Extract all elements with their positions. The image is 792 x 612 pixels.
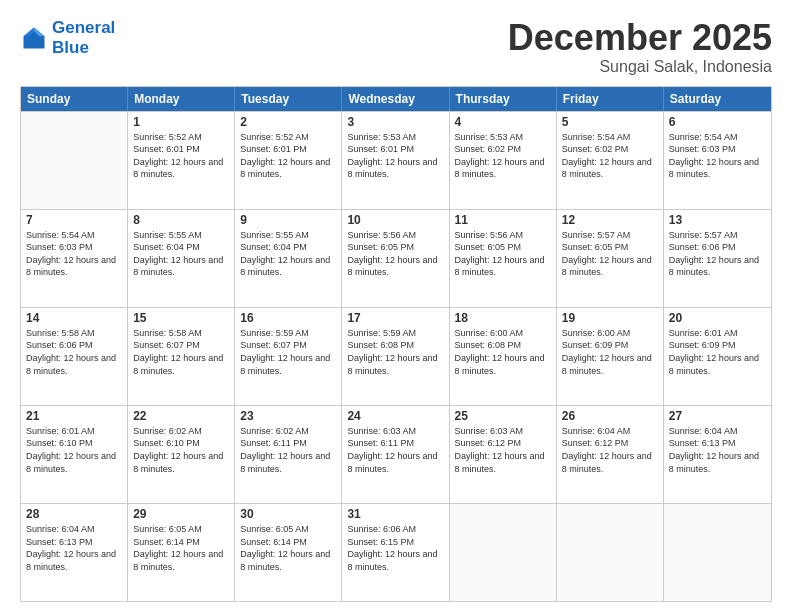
day-number: 1 (133, 115, 229, 129)
day-number: 15 (133, 311, 229, 325)
cell-info: Sunrise: 5:56 AMSunset: 6:05 PMDaylight:… (455, 229, 551, 279)
calendar-cell (557, 504, 664, 601)
day-number: 21 (26, 409, 122, 423)
cell-info: Sunrise: 5:59 AMSunset: 6:07 PMDaylight:… (240, 327, 336, 377)
day-number: 31 (347, 507, 443, 521)
cell-info: Sunrise: 6:06 AMSunset: 6:15 PMDaylight:… (347, 523, 443, 573)
cell-info: Sunrise: 5:57 AMSunset: 6:05 PMDaylight:… (562, 229, 658, 279)
calendar-week-row: 21Sunrise: 6:01 AMSunset: 6:10 PMDayligh… (21, 405, 771, 503)
day-number: 11 (455, 213, 551, 227)
cell-info: Sunrise: 6:00 AMSunset: 6:08 PMDaylight:… (455, 327, 551, 377)
calendar-header-cell: Sunday (21, 87, 128, 111)
calendar-cell: 10Sunrise: 5:56 AMSunset: 6:05 PMDayligh… (342, 210, 449, 307)
calendar-cell: 7Sunrise: 5:54 AMSunset: 6:03 PMDaylight… (21, 210, 128, 307)
calendar-cell: 12Sunrise: 5:57 AMSunset: 6:05 PMDayligh… (557, 210, 664, 307)
cell-info: Sunrise: 6:01 AMSunset: 6:10 PMDaylight:… (26, 425, 122, 475)
day-number: 4 (455, 115, 551, 129)
calendar-header-cell: Thursday (450, 87, 557, 111)
calendar-cell: 15Sunrise: 5:58 AMSunset: 6:07 PMDayligh… (128, 308, 235, 405)
cell-info: Sunrise: 5:53 AMSunset: 6:01 PMDaylight:… (347, 131, 443, 181)
calendar-header-cell: Wednesday (342, 87, 449, 111)
cell-info: Sunrise: 5:52 AMSunset: 6:01 PMDaylight:… (240, 131, 336, 181)
day-number: 13 (669, 213, 766, 227)
calendar-cell: 8Sunrise: 5:55 AMSunset: 6:04 PMDaylight… (128, 210, 235, 307)
calendar-cell: 29Sunrise: 6:05 AMSunset: 6:14 PMDayligh… (128, 504, 235, 601)
cell-info: Sunrise: 6:02 AMSunset: 6:11 PMDaylight:… (240, 425, 336, 475)
logo: General Blue (20, 18, 115, 57)
cell-info: Sunrise: 6:04 AMSunset: 6:13 PMDaylight:… (26, 523, 122, 573)
day-number: 20 (669, 311, 766, 325)
title-block: December 2025 Sungai Salak, Indonesia (508, 18, 772, 76)
calendar-cell: 22Sunrise: 6:02 AMSunset: 6:10 PMDayligh… (128, 406, 235, 503)
calendar-cell (664, 504, 771, 601)
cell-info: Sunrise: 5:56 AMSunset: 6:05 PMDaylight:… (347, 229, 443, 279)
calendar-header-cell: Saturday (664, 87, 771, 111)
calendar-cell: 21Sunrise: 6:01 AMSunset: 6:10 PMDayligh… (21, 406, 128, 503)
day-number: 19 (562, 311, 658, 325)
cell-info: Sunrise: 6:05 AMSunset: 6:14 PMDaylight:… (240, 523, 336, 573)
cell-info: Sunrise: 5:53 AMSunset: 6:02 PMDaylight:… (455, 131, 551, 181)
calendar-cell: 3Sunrise: 5:53 AMSunset: 6:01 PMDaylight… (342, 112, 449, 209)
cell-info: Sunrise: 6:00 AMSunset: 6:09 PMDaylight:… (562, 327, 658, 377)
day-number: 29 (133, 507, 229, 521)
calendar-cell: 17Sunrise: 5:59 AMSunset: 6:08 PMDayligh… (342, 308, 449, 405)
calendar-cell: 30Sunrise: 6:05 AMSunset: 6:14 PMDayligh… (235, 504, 342, 601)
calendar-cell: 28Sunrise: 6:04 AMSunset: 6:13 PMDayligh… (21, 504, 128, 601)
calendar-cell: 16Sunrise: 5:59 AMSunset: 6:07 PMDayligh… (235, 308, 342, 405)
day-number: 2 (240, 115, 336, 129)
day-number: 30 (240, 507, 336, 521)
day-number: 12 (562, 213, 658, 227)
day-number: 26 (562, 409, 658, 423)
day-number: 16 (240, 311, 336, 325)
cell-info: Sunrise: 6:03 AMSunset: 6:11 PMDaylight:… (347, 425, 443, 475)
day-number: 27 (669, 409, 766, 423)
day-number: 25 (455, 409, 551, 423)
calendar-cell: 5Sunrise: 5:54 AMSunset: 6:02 PMDaylight… (557, 112, 664, 209)
day-number: 22 (133, 409, 229, 423)
day-number: 6 (669, 115, 766, 129)
day-number: 14 (26, 311, 122, 325)
calendar-week-row: 28Sunrise: 6:04 AMSunset: 6:13 PMDayligh… (21, 503, 771, 601)
calendar-cell: 31Sunrise: 6:06 AMSunset: 6:15 PMDayligh… (342, 504, 449, 601)
calendar-cell: 6Sunrise: 5:54 AMSunset: 6:03 PMDaylight… (664, 112, 771, 209)
calendar-cell: 18Sunrise: 6:00 AMSunset: 6:08 PMDayligh… (450, 308, 557, 405)
cell-info: Sunrise: 5:55 AMSunset: 6:04 PMDaylight:… (240, 229, 336, 279)
cell-info: Sunrise: 5:58 AMSunset: 6:07 PMDaylight:… (133, 327, 229, 377)
cell-info: Sunrise: 6:04 AMSunset: 6:12 PMDaylight:… (562, 425, 658, 475)
day-number: 9 (240, 213, 336, 227)
calendar-cell: 9Sunrise: 5:55 AMSunset: 6:04 PMDaylight… (235, 210, 342, 307)
logo-text-block: General Blue (52, 18, 115, 57)
calendar-header-cell: Monday (128, 87, 235, 111)
calendar-cell: 4Sunrise: 5:53 AMSunset: 6:02 PMDaylight… (450, 112, 557, 209)
cell-info: Sunrise: 5:54 AMSunset: 6:03 PMDaylight:… (26, 229, 122, 279)
day-number: 17 (347, 311, 443, 325)
cell-info: Sunrise: 5:55 AMSunset: 6:04 PMDaylight:… (133, 229, 229, 279)
calendar-cell: 20Sunrise: 6:01 AMSunset: 6:09 PMDayligh… (664, 308, 771, 405)
day-number: 7 (26, 213, 122, 227)
calendar-cell: 24Sunrise: 6:03 AMSunset: 6:11 PMDayligh… (342, 406, 449, 503)
calendar-cell (21, 112, 128, 209)
cell-info: Sunrise: 5:59 AMSunset: 6:08 PMDaylight:… (347, 327, 443, 377)
logo-icon (20, 24, 48, 52)
calendar-header-cell: Friday (557, 87, 664, 111)
header: General Blue December 2025 Sungai Salak,… (20, 18, 772, 76)
calendar-week-row: 1Sunrise: 5:52 AMSunset: 6:01 PMDaylight… (21, 111, 771, 209)
calendar-cell: 13Sunrise: 5:57 AMSunset: 6:06 PMDayligh… (664, 210, 771, 307)
cell-info: Sunrise: 5:54 AMSunset: 6:02 PMDaylight:… (562, 131, 658, 181)
calendar-body: 1Sunrise: 5:52 AMSunset: 6:01 PMDaylight… (21, 111, 771, 601)
calendar-cell: 1Sunrise: 5:52 AMSunset: 6:01 PMDaylight… (128, 112, 235, 209)
calendar-header-row: SundayMondayTuesdayWednesdayThursdayFrid… (21, 87, 771, 111)
cell-info: Sunrise: 5:57 AMSunset: 6:06 PMDaylight:… (669, 229, 766, 279)
cell-info: Sunrise: 6:03 AMSunset: 6:12 PMDaylight:… (455, 425, 551, 475)
cell-info: Sunrise: 6:05 AMSunset: 6:14 PMDaylight:… (133, 523, 229, 573)
calendar-cell: 2Sunrise: 5:52 AMSunset: 6:01 PMDaylight… (235, 112, 342, 209)
day-number: 10 (347, 213, 443, 227)
calendar-cell: 19Sunrise: 6:00 AMSunset: 6:09 PMDayligh… (557, 308, 664, 405)
cell-info: Sunrise: 5:54 AMSunset: 6:03 PMDaylight:… (669, 131, 766, 181)
subtitle: Sungai Salak, Indonesia (508, 58, 772, 76)
calendar-cell: 26Sunrise: 6:04 AMSunset: 6:12 PMDayligh… (557, 406, 664, 503)
cell-info: Sunrise: 6:01 AMSunset: 6:09 PMDaylight:… (669, 327, 766, 377)
day-number: 5 (562, 115, 658, 129)
calendar-cell: 14Sunrise: 5:58 AMSunset: 6:06 PMDayligh… (21, 308, 128, 405)
cell-info: Sunrise: 6:04 AMSunset: 6:13 PMDaylight:… (669, 425, 766, 475)
